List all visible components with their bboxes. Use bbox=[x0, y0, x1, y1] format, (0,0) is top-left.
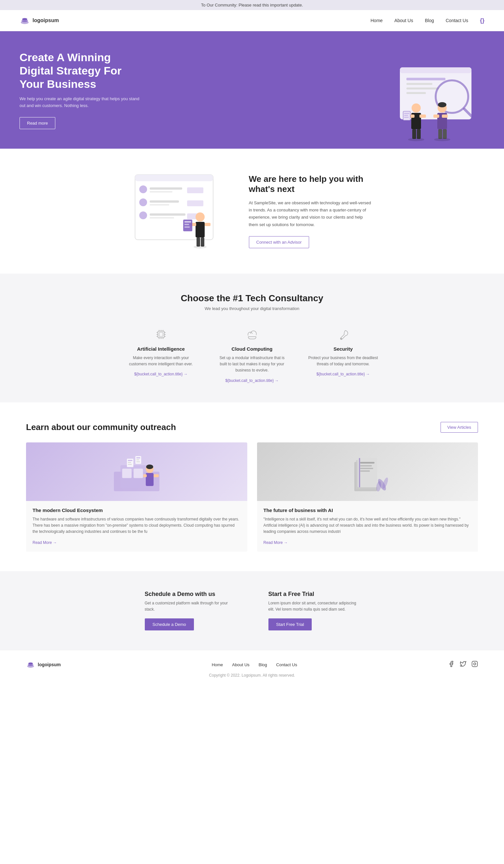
service-ai-desc: Make every interaction with your custome… bbox=[125, 355, 197, 367]
nav-blog[interactable]: Blog bbox=[425, 18, 434, 23]
nav-home[interactable]: Home bbox=[371, 18, 383, 23]
cta-trial-description: Lorem ipsum dolor sit amet, consectetur … bbox=[268, 600, 360, 613]
services-title: Choose the #1 Tech Consultancy bbox=[26, 293, 478, 303]
article-card-cloud: The modern Cloud Ecosystem The hardware … bbox=[26, 442, 247, 552]
hero-read-more-button[interactable]: Read more bbox=[20, 117, 55, 129]
svg-rect-52 bbox=[184, 224, 189, 225]
svg-rect-41 bbox=[150, 213, 185, 216]
footer-nav-blog[interactable]: Blog bbox=[259, 662, 267, 667]
connect-advisor-button[interactable]: Connect with an Advisor bbox=[249, 236, 309, 248]
hero-content: Create A Winning Digital Strategy For Yo… bbox=[20, 51, 143, 149]
help-section: We are here to help you with what's next… bbox=[0, 149, 504, 274]
help-svg bbox=[132, 171, 223, 250]
svg-point-77 bbox=[146, 465, 153, 469]
twitter-link[interactable] bbox=[460, 661, 466, 669]
svg-rect-18 bbox=[404, 113, 409, 114]
twitter-icon bbox=[460, 661, 466, 667]
svg-rect-34 bbox=[150, 191, 172, 193]
svg-point-28 bbox=[408, 138, 424, 141]
svg-rect-56 bbox=[159, 333, 163, 336]
svg-rect-15 bbox=[412, 129, 416, 139]
svg-rect-97 bbox=[360, 470, 370, 472]
article-body-ai: The future of business with AI "Intellig… bbox=[257, 501, 478, 552]
svg-rect-98 bbox=[359, 458, 360, 487]
nav-contact[interactable]: Contact Us bbox=[446, 18, 468, 23]
svg-rect-53 bbox=[184, 226, 190, 228]
svg-rect-55 bbox=[158, 331, 164, 338]
svg-rect-25 bbox=[442, 115, 448, 118]
cpu-icon bbox=[154, 327, 168, 341]
service-card-security: Security Protect your business from the … bbox=[308, 327, 379, 383]
article-card-ai: The future of business with AI "Intellig… bbox=[257, 442, 478, 552]
footer-copyright: Copyright © 2022. Logoipsum. All rights … bbox=[26, 673, 478, 677]
svg-rect-38 bbox=[150, 204, 169, 206]
service-ai-link[interactable]: ${bucket.call_to_action.title} → bbox=[125, 372, 197, 376]
cta-demo-description: Get a customized platform walk through f… bbox=[145, 600, 236, 613]
svg-point-2 bbox=[22, 18, 27, 21]
schedule-demo-button[interactable]: Schedule a Demo bbox=[145, 619, 194, 631]
article-image-ai bbox=[257, 442, 478, 501]
svg-rect-27 bbox=[443, 129, 447, 139]
svg-rect-7 bbox=[406, 87, 439, 89]
help-illustration bbox=[132, 171, 223, 251]
service-ai-title: Artificial Intelligence bbox=[125, 346, 197, 352]
instagram-link[interactable] bbox=[471, 661, 478, 669]
articles-title: Learn about our community outreach bbox=[26, 422, 176, 432]
svg-rect-95 bbox=[360, 465, 372, 467]
cta-section: Schedule a Demo with us Get a customized… bbox=[0, 571, 504, 650]
article-title-cloud: The modern Cloud Ecosystem bbox=[33, 507, 241, 513]
services-subtitle: We lead you throughout your digital tran… bbox=[26, 306, 478, 311]
facebook-icon bbox=[448, 661, 455, 667]
articles-section: Learn about our community outreach View … bbox=[0, 403, 504, 572]
svg-rect-33 bbox=[150, 188, 182, 190]
footer-nav-about[interactable]: About Us bbox=[232, 662, 249, 667]
svg-point-32 bbox=[139, 185, 147, 193]
logo[interactable]: logoipsum bbox=[20, 15, 59, 26]
service-cloud-link[interactable]: ${bucket.call_to_action.title} → bbox=[216, 378, 288, 383]
service-security-desc: Protect your business from the deadliest… bbox=[308, 355, 379, 367]
start-trial-button[interactable]: Start Free Trial bbox=[268, 619, 312, 631]
footer-logo-text: logoipsum bbox=[38, 662, 61, 667]
announcement-bar: To Our Community: Please read this impor… bbox=[0, 0, 504, 10]
help-description: At SampleSite, we are obsessed with tech… bbox=[249, 200, 373, 228]
svg-rect-24 bbox=[433, 115, 439, 118]
svg-point-44 bbox=[195, 213, 205, 221]
service-card-cloud: Cloud Computing Set up a modular infrast… bbox=[216, 327, 288, 383]
footer-nav-home[interactable]: Home bbox=[212, 662, 223, 667]
svg-rect-37 bbox=[150, 200, 179, 203]
svg-rect-81 bbox=[122, 468, 132, 478]
nav-bracket: {} bbox=[480, 17, 484, 24]
svg-rect-42 bbox=[150, 217, 174, 219]
articles-header: Learn about our community outreach View … bbox=[26, 422, 478, 433]
footer-logo[interactable]: logoipsum bbox=[26, 660, 61, 669]
article-link-cloud[interactable]: Read More → bbox=[33, 540, 57, 545]
svg-rect-89 bbox=[136, 459, 139, 460]
svg-point-22 bbox=[438, 102, 446, 107]
service-security-link[interactable]: ${bucket.call_to_action.title} → bbox=[308, 372, 379, 376]
svg-rect-19 bbox=[404, 115, 408, 116]
view-articles-button[interactable]: View Articles bbox=[441, 422, 478, 433]
svg-point-29 bbox=[434, 138, 450, 141]
svg-rect-20 bbox=[404, 117, 409, 118]
facebook-link[interactable] bbox=[448, 661, 455, 669]
service-card-ai: Artificial Intelligence Make every inter… bbox=[125, 327, 197, 383]
svg-rect-16 bbox=[417, 129, 421, 139]
svg-rect-90 bbox=[136, 461, 140, 462]
nav-about[interactable]: About Us bbox=[394, 18, 413, 23]
svg-point-54 bbox=[194, 245, 207, 249]
article-image-cloud bbox=[26, 442, 247, 501]
footer-nav: Home About Us Blog Contact Us bbox=[212, 662, 297, 668]
svg-rect-39 bbox=[187, 200, 203, 206]
logo-text: logoipsum bbox=[33, 17, 59, 23]
footer-social bbox=[448, 661, 478, 669]
article-link-ai[interactable]: Read More → bbox=[264, 540, 288, 545]
svg-rect-88 bbox=[136, 457, 140, 458]
articles-grid: The modern Cloud Ecosystem The hardware … bbox=[26, 442, 478, 552]
svg-rect-96 bbox=[360, 468, 373, 469]
announcement-text: To Our Community: Please read this impor… bbox=[201, 3, 303, 8]
footer-nav-contact[interactable]: Contact Us bbox=[276, 662, 297, 667]
svg-rect-26 bbox=[438, 129, 442, 139]
svg-rect-31 bbox=[135, 175, 213, 181]
instagram-icon bbox=[471, 661, 478, 667]
article-title-ai: The future of business with AI bbox=[264, 507, 472, 513]
